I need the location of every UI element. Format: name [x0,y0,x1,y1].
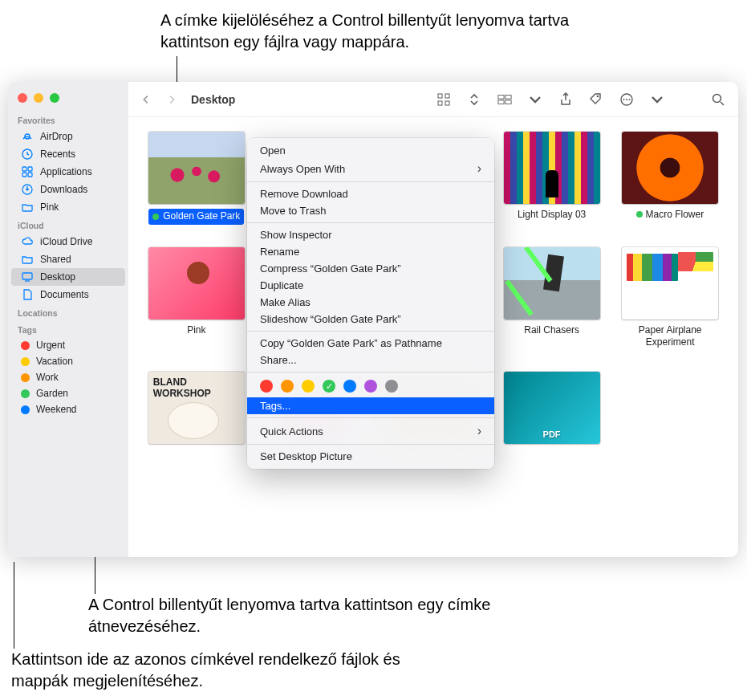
more-button[interactable] [615,90,639,109]
tag-color-red[interactable] [260,380,273,393]
file-item[interactable]: Light Display 03 [497,132,607,225]
sidebar-item-shared[interactable]: Shared [11,250,125,268]
sidebar-item-pink[interactable]: Pink [11,198,125,216]
sidebar-item-airdrop[interactable]: AirDrop [11,128,125,145]
document-icon [21,288,34,301]
desktop-icon [21,271,34,283]
file-label: Rail Chasers [524,324,579,337]
search-button[interactable] [706,90,730,109]
folder-icon [21,201,34,214]
svg-point-21 [713,94,721,102]
file-thumbnail [622,132,718,204]
window-title: Desktop [191,93,235,106]
view-icons-button[interactable] [432,90,456,109]
sidebar-item-label: AirDrop [40,131,73,142]
cloud-icon [21,235,34,248]
sidebar-tag-weekend[interactable]: Weekend [11,401,125,417]
file-item[interactable]: Paper Airplane Experiment [615,247,725,349]
chevron-updown-icon[interactable] [462,90,486,109]
svg-rect-5 [28,173,32,177]
file-item[interactable]: Pink [141,247,252,349]
svg-point-16 [597,95,599,97]
sidebar-item-desktop[interactable]: Desktop [11,268,125,286]
sidebar-tag-garden[interactable]: Garden [11,385,125,401]
menu-quick-actions[interactable]: Quick Actions [247,421,494,441]
chevron-down-icon[interactable] [523,90,547,109]
menu-separator [247,222,494,223]
close-button[interactable] [18,93,27,103]
tag-dot-icon [21,389,30,398]
share-button[interactable] [554,90,578,109]
menu-tags[interactable]: Tags... [247,397,494,414]
tag-dot-icon [21,405,30,414]
chevron-down-icon[interactable] [645,90,669,109]
file-thumbnail [622,247,718,319]
svg-point-20 [629,99,631,100]
callout-line [14,562,14,649]
menu-always-open-with[interactable]: Always Open With [247,159,494,178]
menu-open[interactable]: Open [247,142,494,159]
sidebar-tag-work[interactable]: Work [11,369,125,385]
context-menu: Open Always Open With Remove Download Mo… [247,138,494,469]
tag-color-yellow[interactable] [302,380,315,393]
sidebar-item-recents[interactable]: Recents [11,145,125,163]
menu-compress[interactable]: Compress “Golden Gate Park” [247,260,494,277]
file-item[interactable]: Rail Chasers [497,247,607,349]
svg-point-18 [623,99,625,100]
sidebar-tag-vacation[interactable]: Vacation [11,353,125,369]
file-item[interactable]: Macro Flower [615,132,725,225]
menu-slideshow[interactable]: Slideshow “Golden Gate Park” [247,311,494,328]
menu-duplicate[interactable]: Duplicate [247,277,494,294]
main-area: Desktop Golden Gate Park Light Displ [128,82,738,557]
svg-point-19 [626,99,627,100]
sidebar-item-downloads[interactable]: Downloads [11,181,125,198]
group-button[interactable] [493,90,517,109]
tags-button[interactable] [584,90,608,109]
menu-copy-pathname[interactable]: Copy “Golden Gate Park” as Pathname [247,335,494,352]
tag-dot-icon [21,341,30,350]
file-item[interactable]: Golden Gate Park [141,132,252,225]
menu-rename[interactable]: Rename [247,243,494,260]
file-thumbnail [148,247,245,319]
menu-make-alias[interactable]: Make Alias [247,294,494,311]
tag-color-purple[interactable] [364,380,377,393]
svg-rect-13 [505,95,511,99]
finder-window: Favorites AirDrop Recents Applications D… [8,82,738,557]
svg-rect-4 [22,173,26,177]
tag-dot-icon [152,214,159,220]
tag-dot-icon [636,211,643,218]
sidebar-item-icloud-drive[interactable]: iCloud Drive [11,233,125,250]
tag-color-orange[interactable] [281,380,294,393]
svg-rect-10 [438,101,442,105]
menu-move-to-trash[interactable]: Move to Trash [247,202,494,219]
sidebar-section-favorites: Favorites [8,111,128,128]
tag-color-gray[interactable] [385,380,398,393]
sidebar-item-label: iCloud Drive [40,236,92,247]
back-button[interactable] [136,90,156,109]
clock-icon [21,148,34,161]
menu-show-inspector[interactable]: Show Inspector [247,226,494,243]
minimize-button[interactable] [34,93,43,103]
sidebar-tag-urgent[interactable]: Urgent [11,337,125,353]
menu-tag-colors [247,376,494,397]
sidebar-item-applications[interactable]: Applications [11,163,125,181]
menu-share[interactable]: Share... [247,352,494,368]
window-controls [8,87,128,111]
pdf-badge: PDF [543,429,561,439]
file-item[interactable]: Bland Workshop [141,372,252,444]
tag-color-green[interactable] [323,380,335,393]
sidebar-item-documents[interactable]: Documents [11,286,125,303]
folder-icon [21,253,34,266]
tag-color-blue[interactable] [343,380,356,393]
file-label: Pink [187,324,205,337]
zoom-button[interactable] [50,93,59,103]
svg-rect-12 [498,95,504,99]
menu-set-desktop-picture[interactable]: Set Desktop Picture [247,448,494,465]
annotation-top: A címke kijelöléséhez a Control billenty… [160,10,610,53]
file-thumbnail: PDF [504,372,600,444]
file-item[interactable]: PDF Marketing Plan Fall 2019 [497,372,607,444]
sidebar-item-label: Garden [36,388,68,399]
menu-remove-download[interactable]: Remove Download [247,185,494,202]
forward-button[interactable] [162,90,181,109]
menu-separator [247,417,494,418]
